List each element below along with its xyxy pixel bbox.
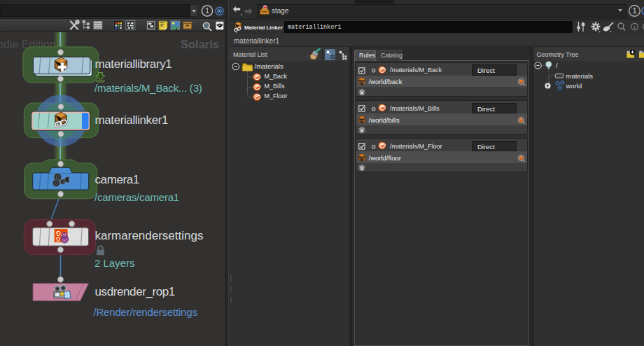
svg-text:1: 1 <box>632 6 636 15</box>
svg-text:i: i <box>634 23 636 30</box>
svg-text:1: 1 <box>205 6 209 15</box>
